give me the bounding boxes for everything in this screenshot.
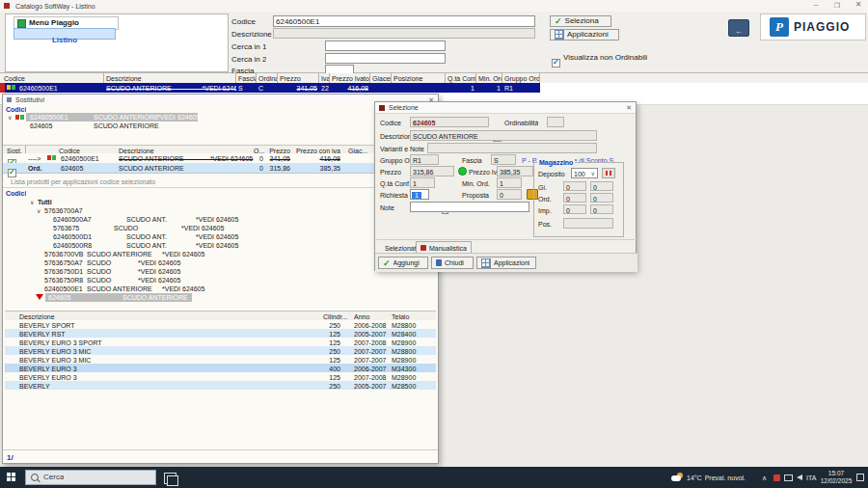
aggiungi-button[interactable]: ✓ Aggiungi [378, 257, 428, 269]
sel-gruppo-field[interactable]: R1 [410, 154, 439, 165]
chiudi-button[interactable]: Chiudi [431, 257, 474, 269]
sel-codice-field[interactable]: 624605 [410, 117, 489, 127]
table-row[interactable]: BEVERLY EURO 3 125 2007-2008 M28900 [5, 372, 436, 381]
tree-item[interactable]: 57636700VB SCUDO ANTERIORE *VEDI 624605 [3, 250, 427, 258]
sel-fascia-field[interactable]: S [491, 154, 516, 165]
col-fascia[interactable]: Fascia [236, 73, 257, 83]
tree-code: 5763675 [53, 224, 79, 232]
sel-richiesta-field[interactable]: 1 [410, 189, 429, 200]
sost-row-new[interactable]: Ord. 624605 SCUDO ANTERIORE 0 315,86 385… [3, 163, 438, 174]
tree-child-row[interactable]: 624605 SCUDO ANTERIORE [3, 122, 427, 130]
tray-chevron-icon[interactable]: ∧ [762, 474, 767, 482]
table-row[interactable]: BEVERLY EURO 3 MIC 125 2007-2007 M28900 [5, 355, 436, 364]
tree-item[interactable]: 5763675 SCUDO *VEDI 624605 [3, 224, 427, 232]
sel-prezzo-ivato-field[interactable]: 385,35 [497, 166, 533, 176]
maximize-button[interactable]: ❐ [829, 1, 845, 12]
sost-prezzo: 341,05 [263, 153, 292, 163]
cerca2-input[interactable] [325, 53, 446, 64]
minimize-button[interactable]: – [808, 0, 824, 12]
seleziona-button[interactable]: ✓ Seleziona [550, 15, 611, 27]
pos-field [563, 218, 613, 229]
table-row[interactable]: BEVERLY 250 2005-2007 M28500 [5, 381, 436, 390]
col-gruppo-ord[interactable]: Gruppo Ord. [502, 73, 540, 83]
descrizione-input[interactable] [273, 28, 535, 39]
sel-note-field[interactable] [410, 202, 529, 212]
tree-item[interactable]: 57636750D1 SCUDO *VEDI 624605 [3, 267, 427, 276]
sel-qta-field[interactable]: 1 [410, 177, 435, 188]
chevron-down-icon[interactable]: ∨ [30, 199, 34, 205]
visualizza-checkbox[interactable] [552, 59, 560, 68]
col-giacenza[interactable]: Giacenza [370, 73, 392, 83]
applicazioni-button[interactable]: Applicazioni [550, 29, 619, 41]
col-prezzo[interactable]: Prezzo [278, 73, 319, 83]
app-telaio: M34300 [390, 364, 428, 372]
sel-min-ord-field[interactable]: 1 [497, 177, 522, 188]
sel-prezzo-field[interactable]: 315,86 [410, 166, 454, 176]
table-row[interactable]: BEVERLY EURO 3 MIC 250 2007-2007 M28800 [5, 346, 436, 355]
chevron-down-icon[interactable]: ∨ [37, 207, 41, 214]
back-button[interactable]: ← [728, 19, 749, 37]
col-posizione[interactable]: Posizione [392, 73, 446, 83]
close-icon[interactable]: ✕ [626, 103, 632, 112]
col-iva[interactable]: Iva [319, 73, 330, 83]
sost-codice: 624605 [59, 163, 117, 173]
table-row[interactable]: BEVERLY EURO 3 SPORT 125 2007-2008 M2890… [5, 338, 436, 346]
speaker-icon[interactable] [797, 474, 802, 480]
dialog-icon [7, 97, 12, 102]
start-button[interactable] [0, 467, 23, 488]
col-codice[interactable]: Codice [2, 73, 104, 83]
display-icon[interactable] [784, 474, 793, 481]
tray-red-icon[interactable] [773, 474, 780, 481]
close-door-icon [436, 259, 442, 266]
sel-varianti-field[interactable] [427, 143, 597, 153]
tree-item[interactable]: ∨ 57636700A7 [3, 206, 427, 215]
chevron-down-icon[interactable]: ∨ [8, 114, 12, 121]
codice-input[interactable]: 62460500E1 [273, 15, 535, 27]
tree-item-root[interactable]: ∨ Tutti [3, 198, 427, 206]
mag-row-label: Ord. [538, 195, 552, 203]
col-qta-conf[interactable]: Q.tà Conf. [446, 73, 476, 83]
tree-item[interactable]: 62460500D1 SCUDO ANT. *VEDI 624605 [3, 232, 427, 241]
table-row[interactable]: BEVERLY EURO 3 400 2006-2007 M34300 [5, 364, 436, 372]
tree-parent-row[interactable]: ∨ 62460500E1 SCUDO ANTERIORE *VEDI 62460… [3, 113, 427, 122]
sost-row-old[interactable]: ----> 62460500E1 SCUDO ANTERIORE -------… [3, 153, 438, 163]
sel-ordinabilita-field[interactable] [547, 117, 564, 127]
col-ordinabilita[interactable]: Ordinabilità [257, 73, 278, 83]
deposito-select[interactable]: 100 ∨ [571, 168, 598, 178]
notification-icon[interactable] [856, 474, 864, 481]
tree-item[interactable]: 62460500R8 SCUDO ANT. *VEDI 624605 [3, 241, 427, 250]
tree-item[interactable]: 57636750A7 SCUDO *VEDI 624605 [3, 258, 427, 267]
clock[interactable]: 15:07 12/02/2025 [820, 470, 853, 486]
back-arrow-icon: ← [735, 27, 743, 36]
col-descrizione[interactable]: Descrizione [104, 73, 236, 83]
cell-iva: 22 [319, 83, 330, 93]
cerca1-input[interactable] [325, 41, 446, 51]
tree-code: 62460500E1 [44, 285, 83, 293]
tree-item-selected[interactable]: 624605 SCUDO ANTERIORE [3, 293, 427, 302]
task-view-icon[interactable] [164, 473, 176, 484]
col-prezzo-ivato[interactable]: Prezzo Ivato [330, 73, 370, 83]
magazzino-icon[interactable] [602, 168, 615, 178]
taskbar-search[interactable]: Cerca [25, 470, 156, 485]
language-indicator[interactable]: ITA [806, 474, 816, 482]
app-cil: 125 [319, 329, 342, 338]
sel-proposta-field[interactable]: 0 [497, 189, 522, 200]
tree-item[interactable]: 62460500E1 SCUDO ANTERIORE *VEDI 624605 [3, 285, 427, 293]
col-min-ord[interactable]: Min. Ord. [476, 73, 502, 83]
sidebar-item-listino[interactable]: Listino [14, 28, 116, 40]
listino-selected-row[interactable]: 62460500E1 SCUDO ANTERIORE ------------ … [0, 83, 868, 93]
sost-descrizione: SCUDO ANTERIORE [117, 163, 256, 173]
sost-checkbox[interactable] [8, 169, 16, 177]
sel-descrizione-field[interactable]: SCUDO ANTERIORE [410, 130, 597, 141]
applicazioni-dialog-button[interactable]: Applicazioni [476, 257, 536, 269]
weather-widget[interactable]: 14°C Preval. nuvol. [671, 469, 758, 486]
search-placeholder: Cerca [43, 473, 64, 482]
tree-item[interactable]: 62460500A7 SCUDO ANT. *VEDI 624605 [3, 215, 427, 224]
tree-item[interactable]: 57636750R8 SCUDO *VEDI 624605 [3, 276, 427, 285]
table-row[interactable]: BEVERLY SPORT 250 2006-2008 M28800 [5, 320, 436, 329]
table-row[interactable]: BEVERLY RST 125 2005-2007 M28400 [5, 329, 436, 338]
close-button[interactable]: ✕ [851, 0, 866, 12]
cerca1-label: Cerca in 1 [231, 42, 266, 52]
chevron-down-icon: ∨ [591, 170, 595, 176]
mag-value: 0 [566, 207, 570, 214]
